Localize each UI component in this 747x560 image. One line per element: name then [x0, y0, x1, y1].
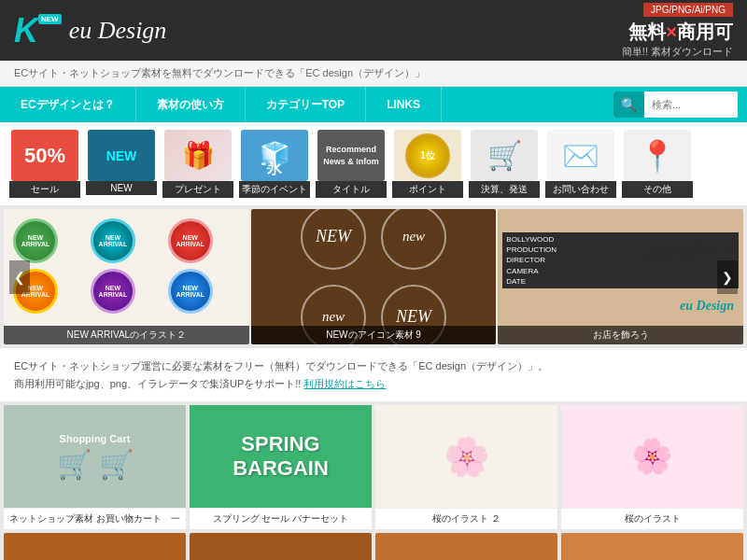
shop-text: お店を飾ろう	[644, 243, 734, 259]
desc-line2: 商用利用可能なjpg、png、イラレデータで集済UPをサポート!! 利用規約はこ…	[14, 375, 733, 393]
description-section: ECサイト・ネットショップ運営に必要な素材をフリー（無料）でダウンロードできる「…	[0, 348, 747, 401]
partial-card-4[interactable]	[561, 533, 743, 560]
icon-label-sale: セール	[9, 181, 80, 198]
sale-percent: 50%	[24, 146, 65, 166]
ec-design-text: eu Design	[680, 299, 734, 313]
next-button[interactable]: ❯	[717, 260, 738, 294]
logo-area: K NEW eu Design	[14, 14, 166, 48]
icon-item-cart[interactable]: 🛒 決算、発送	[469, 130, 540, 198]
icon-label-season: 季節のイベント	[239, 181, 310, 198]
card-cart[interactable]: Shopping Cart 🛒 🛒 ネットショップ素材 お買い物カート 一	[4, 405, 186, 529]
icon-label-mail: お問い合わせ	[545, 181, 616, 198]
clapper-date: DATE	[506, 276, 735, 287]
partial-row	[0, 533, 747, 560]
card-title-spring: スプリング セール バナーセット	[190, 508, 372, 529]
header: K NEW eu Design JPG/PNG/Ai/PNG 無料×商用可 簡単…	[0, 0, 747, 61]
banner-row: ❮ NEWARRIVAL NEWARRIVAL NEWARRIVAL NEWAR…	[0, 205, 747, 348]
breadcrumb: ECサイト・ネットショップ素材を無料でダウンロードできる「EC design（デ…	[0, 61, 747, 87]
card-thumb-cart: Shopping Cart 🛒 🛒	[4, 405, 186, 508]
free-text: 無料	[628, 21, 666, 42]
header-right: JPG/PNG/Ai/PNG 無料×商用可 簡単!! 素材ダウンロード	[622, 3, 733, 59]
icon-item-season[interactable]: 🧊 氷 季節のイベント	[239, 130, 310, 198]
banner-right-caption: お店を飾ろう	[498, 326, 743, 344]
header-main-text: 無料×商用可	[622, 20, 733, 45]
card-spring[interactable]: SPRINGBARGAIN スプリング セール バナーセット	[190, 405, 372, 529]
desc-line2-prefix: 商用利用可能なjpg、png、イラレデータで集済UPをサポート!!	[14, 378, 303, 389]
card-title-cart: ネットショップ素材 お買い物カート 一	[4, 508, 186, 529]
card-thumb-spring: SPRINGBARGAIN	[190, 405, 372, 508]
icon-item-present[interactable]: 🎁 プレゼント	[162, 130, 233, 198]
desc-link[interactable]: 利用規約はこちら	[303, 378, 386, 389]
format-badge: JPG/PNG/Ai/PNG	[643, 3, 733, 17]
sticker-6: NEWARRIVAL	[168, 269, 213, 314]
sticker-3: NEWARRIVAL	[168, 218, 213, 263]
icon-label-point: ポイント	[392, 181, 463, 198]
header-sub-text: 簡単!! 素材ダウンロード	[622, 45, 733, 59]
icon-label-map: その他	[622, 181, 693, 198]
card-title-sakura1: 桜のイラスト ２	[375, 508, 557, 529]
icon-label-new: NEW	[86, 181, 157, 195]
nav-item-howto[interactable]: 素材の使い方	[136, 87, 246, 122]
card-sakura2[interactable]: 🌸 桜のイラスト	[561, 405, 743, 529]
sticker-5: NEWARRIVAL	[91, 269, 135, 314]
sticker-1: NEWARRIVAL	[13, 218, 58, 263]
logo-new-badge: NEW	[38, 14, 62, 24]
card-thumb-sakura2: 🌸	[561, 405, 743, 508]
nav-item-ec[interactable]: ECデザインとは？	[0, 87, 136, 122]
partial-card-2[interactable]	[190, 533, 372, 560]
icon-item-point[interactable]: 1位 ポイント	[392, 130, 463, 198]
spring-text: SPRINGBARGAIN	[233, 432, 329, 482]
icon-item-map[interactable]: 📍 その他	[622, 130, 693, 198]
nav-bar: ECデザインとは？ 素材の使い方 カテゴリーTOP LINKS 🔍	[0, 87, 747, 122]
icon-item-sale[interactable]: 50% セール	[9, 130, 80, 198]
new-circle-1: NEW	[301, 209, 366, 270]
new-circle-2: new	[381, 209, 446, 270]
partial-card-1[interactable]	[4, 533, 186, 560]
icon-label-cart: 決算、発送	[469, 181, 540, 198]
logo-text: eu Design	[69, 17, 167, 45]
card-thumb-sakura1: 🌸	[375, 405, 557, 508]
card-title-sakura2: 桜のイラスト	[561, 508, 743, 529]
search-icon: 🔍	[613, 91, 644, 118]
banner-center[interactable]: NEW new new NEW NEWのアイコン素材 9	[251, 209, 497, 344]
x-mark: ×	[666, 21, 677, 42]
sticker-2: NEWARRIVAL	[91, 218, 135, 263]
title-recommend: Recommend	[323, 144, 379, 156]
icon-item-mail[interactable]: ✉️ お問い合わせ	[545, 130, 616, 198]
nav-item-category[interactable]: カテゴリーTOP	[246, 87, 366, 122]
nav-item-links[interactable]: LINKS	[366, 87, 442, 122]
search-input[interactable]	[644, 99, 738, 110]
icon-row: 50% セール NEW NEW 🎁 プレゼント 🧊 氷 季節のイベント Reco…	[0, 122, 747, 205]
icon-item-new[interactable]: NEW NEW	[86, 130, 157, 198]
icon-label-title: タイトル	[316, 181, 387, 198]
banner-right[interactable]: BOLLYWOOD PRODUCTION DIRECTOR CAMERA DAT…	[498, 209, 743, 344]
banner-left[interactable]: NEWARRIVAL NEWARRIVAL NEWARRIVAL NEWARRI…	[4, 209, 249, 344]
card-grid: Shopping Cart 🛒 🛒 ネットショップ素材 お買い物カート 一 SP…	[0, 401, 747, 533]
clapper-camera: CAMERA	[506, 266, 735, 276]
icon-label-present: プレゼント	[162, 181, 233, 198]
commercial-text: 商用可	[677, 21, 733, 42]
title-news: News & Infom	[323, 156, 379, 168]
card-sakura1[interactable]: 🌸 桜のイラスト ２	[375, 405, 557, 529]
prev-button[interactable]: ❮	[9, 260, 30, 294]
nav-search[interactable]: 🔍	[613, 91, 738, 118]
partial-card-3[interactable]	[375, 533, 557, 560]
desc-line1: ECサイト・ネットショップ運営に必要な素材をフリー（無料）でダウンロードできる「…	[14, 357, 733, 375]
logo-k-icon: K	[14, 14, 38, 48]
icon-item-title[interactable]: Recommend News & Infom タイトル	[316, 130, 387, 198]
banner-center-caption: NEWのアイコン素材 9	[251, 326, 497, 344]
banner-left-caption: NEW ARRIVALのイラスト２	[4, 326, 249, 344]
